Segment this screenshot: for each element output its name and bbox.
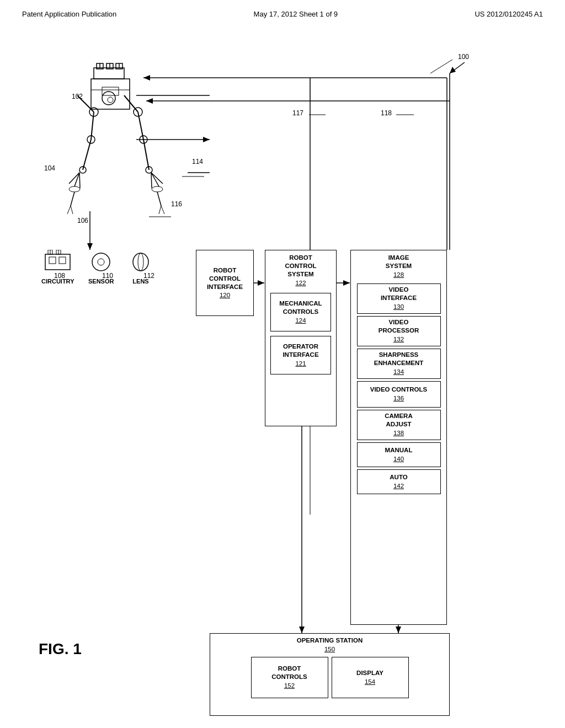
robot-control-interface-num: 120 bbox=[220, 291, 230, 299]
robot-control-system-box: ROBOTCONTROLSYSTEM 122 MECHANICALCONTROL… bbox=[265, 250, 337, 426]
svg-line-32 bbox=[157, 192, 161, 206]
header-right: US 2012/0120245 A1 bbox=[475, 10, 543, 18]
svg-point-58 bbox=[92, 253, 110, 271]
header-left: Patent Application Publication bbox=[22, 10, 116, 18]
mechanical-controls-label: MECHANICALCONTROLS bbox=[279, 299, 322, 316]
svg-line-23 bbox=[79, 173, 80, 188]
mechanical-controls-num: 124 bbox=[295, 317, 306, 325]
svg-point-27 bbox=[69, 186, 80, 192]
header-middle: May 17, 2012 Sheet 1 of 9 bbox=[254, 10, 338, 18]
svg-line-24 bbox=[151, 173, 163, 184]
ref-106: 106 bbox=[77, 217, 88, 224]
svg-rect-57 bbox=[59, 257, 66, 264]
operator-interface-box: OPERATORINTERFACE 121 bbox=[270, 336, 331, 374]
auto-box: AUTO 142 bbox=[357, 469, 441, 494]
svg-rect-0 bbox=[94, 68, 124, 79]
manual-box: MANUAL 140 bbox=[357, 442, 441, 467]
operator-interface-label: OPERATORINTERFACE bbox=[282, 342, 318, 359]
fig-label: FIG. 1 bbox=[39, 640, 82, 658]
svg-line-33 bbox=[159, 206, 161, 214]
lens-label: LENS bbox=[130, 278, 152, 285]
svg-line-25 bbox=[151, 173, 159, 186]
display-box: DISPLAY 154 bbox=[332, 657, 409, 698]
svg-point-59 bbox=[98, 259, 104, 265]
svg-line-29 bbox=[67, 206, 71, 214]
robot-controls-box: ROBOTCONTROLS 152 bbox=[251, 657, 328, 698]
diagram-main: 100 102 104 106 108 110 112 114 116 117 … bbox=[0, 18, 565, 713]
image-system-box: IMAGESYSTEM 128 VIDEOINTERFACE 130 VIDEO… bbox=[350, 250, 447, 625]
svg-rect-56 bbox=[49, 257, 56, 264]
circuitry-component: CIRCUITRY bbox=[41, 250, 74, 285]
video-interface-box: VIDEOINTERFACE 130 bbox=[357, 283, 441, 314]
sensor-icon bbox=[90, 250, 112, 275]
svg-marker-39 bbox=[143, 75, 150, 81]
svg-line-34 bbox=[161, 206, 164, 214]
ref-117: 117 bbox=[292, 109, 303, 117]
sensor-label: SENSOR bbox=[88, 278, 114, 285]
ref-100: 100 bbox=[458, 53, 469, 61]
svg-line-11 bbox=[83, 140, 91, 170]
svg-point-60 bbox=[133, 253, 148, 271]
image-system-num: 128 bbox=[393, 271, 404, 279]
camera-adjust-box: CAMERAADJUST 138 bbox=[357, 410, 441, 440]
video-processor-box: VIDEOPROCESSOR 132 bbox=[357, 316, 441, 346]
svg-marker-45 bbox=[203, 137, 210, 142]
svg-line-28 bbox=[71, 192, 74, 206]
robot-control-system-label: ROBOTCONTROLSYSTEM bbox=[285, 254, 317, 279]
svg-line-26 bbox=[151, 173, 152, 188]
circuitry-label: CIRCUITRY bbox=[41, 278, 74, 285]
operator-interface-num: 121 bbox=[295, 360, 306, 368]
ref-116: 116 bbox=[171, 200, 182, 208]
robot-control-system-num: 122 bbox=[295, 279, 306, 287]
svg-line-46 bbox=[430, 60, 452, 73]
svg-point-31 bbox=[152, 186, 163, 192]
ref-118: 118 bbox=[381, 109, 392, 117]
sharpness-box: SHARPNESSENHANCEMENT 134 bbox=[357, 349, 441, 379]
svg-point-35 bbox=[102, 92, 115, 105]
sensor-component: SENSOR bbox=[88, 250, 114, 285]
svg-marker-42 bbox=[87, 243, 93, 250]
robot-control-interface-label: ROBOTCONTROLINTERFACE bbox=[207, 266, 243, 291]
robot-control-interface-box: ROBOTCONTROLINTERFACE 120 bbox=[196, 250, 254, 316]
robot-illustration bbox=[67, 63, 164, 214]
operating-station-label: OPERATING STATION bbox=[297, 636, 363, 645]
patent-header: Patent Application Publication May 17, 2… bbox=[0, 0, 565, 18]
video-controls-box: VIDEO CONTROLS 136 bbox=[357, 381, 441, 408]
svg-point-61 bbox=[138, 253, 143, 271]
svg-point-36 bbox=[108, 97, 113, 103]
lens-icon bbox=[130, 250, 152, 275]
svg-line-30 bbox=[71, 206, 73, 214]
circuitry-icon bbox=[42, 250, 73, 275]
ref-102: 102 bbox=[72, 93, 83, 100]
image-system-label: IMAGESYSTEM bbox=[386, 254, 412, 270]
svg-rect-37 bbox=[102, 87, 119, 95]
ref-114: 114 bbox=[192, 158, 203, 165]
ref-104: 104 bbox=[44, 164, 55, 172]
lens-component: LENS bbox=[130, 250, 152, 285]
operating-station-box: OPERATING STATION 150 ROBOTCONTROLS 152 … bbox=[210, 633, 450, 716]
svg-line-17 bbox=[143, 140, 149, 170]
mechanical-controls-box: MECHANICALCONTROLS 124 bbox=[270, 293, 331, 331]
